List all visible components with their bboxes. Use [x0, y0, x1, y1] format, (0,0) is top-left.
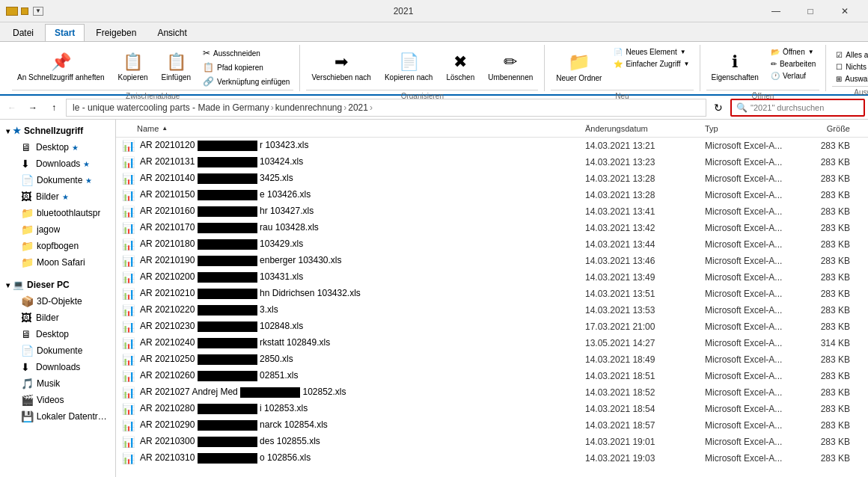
table-row[interactable]: 📊 AR 20210300 des 102855.xls 14.03.2021 …: [116, 434, 868, 450]
table-row[interactable]: 📊 AR 20210200 103431.xls 14.03.2021 13:4…: [116, 269, 868, 286]
move-icon: ➡: [334, 52, 348, 72]
copy-button[interactable]: 📋 Kopieren: [113, 46, 153, 88]
search-box[interactable]: 🔍: [730, 99, 865, 117]
maximize-button[interactable]: □: [793, 0, 828, 22]
invert-selection-button[interactable]: ⊞ Auswahl umkehren: [832, 73, 868, 84]
table-row[interactable]: 📊 AR 20210260 02851.xls 14.03.2021 18:51…: [116, 368, 868, 384]
move-button[interactable]: ➡ Verschieben nach: [306, 46, 376, 88]
table-row[interactable]: 📊 AR 20210140 3425.xls 14.03.2021 13:28 …: [116, 170, 868, 187]
cut-button[interactable]: ✂ Ausschneiden: [199, 46, 293, 60]
table-row[interactable]: 📊 AR 20210160 hr 103427.xls 14.03.2021 1…: [116, 203, 868, 220]
file-size: 283 KB: [802, 173, 862, 184]
pictures-icon: 🖼: [21, 191, 33, 203]
sidebar-item-bluetooth[interactable]: 📁 bluetoothlautspr: [15, 205, 115, 221]
table-row[interactable]: 📊 AR 20210290 narck 102854.xls 14.03.202…: [116, 417, 868, 434]
music-icon: 🎵: [21, 378, 34, 390]
refresh-button[interactable]: ↻: [709, 99, 727, 117]
sidebar-item-dokumente-pc[interactable]: 📄 Dokumente: [15, 342, 115, 359]
sidebar-item-downloads-pc[interactable]: ⬇ Downloads: [15, 359, 115, 375]
table-row[interactable]: 📊 AR 20210220 3.xls 14.03.2021 13:53 Mic…: [116, 302, 868, 318]
sidebar-item-label: Dokumente: [37, 175, 82, 185]
column-name[interactable]: Name ▲: [137, 124, 585, 133]
sidebar-item-3d[interactable]: 📦 3D-Objekte: [15, 293, 115, 310]
select-all-button[interactable]: ☑ Alles auswählen: [832, 49, 868, 61]
sidebar-item-desktop-pc[interactable]: 🖥 Desktop: [15, 326, 115, 342]
copy-path-button[interactable]: 📋 Pfad kopieren: [199, 61, 293, 74]
file-type: Microsoft Excel-A...: [705, 239, 802, 250]
column-size[interactable]: Größe: [802, 124, 862, 133]
table-row[interactable]: 📊 AR 20210190 enberger 103430.xls 14.03.…: [116, 253, 868, 269]
rename-button[interactable]: ✏ Umbenennen: [483, 46, 538, 88]
sidebar-item-bilder-pc[interactable]: 🖼 Bilder: [15, 310, 115, 326]
history-button[interactable]: 🕐 Verlauf: [767, 70, 819, 81]
table-row[interactable]: 📊 AR 20210250 2850.xls 14.03.2021 18:49 …: [116, 351, 868, 368]
table-row[interactable]: 📊 AR 20210170 rau 103428.xls 14.03.2021 …: [116, 220, 868, 236]
table-row[interactable]: 📊 AR 20210280 i 102853.xls 14.03.2021 18…: [116, 401, 868, 417]
sidebar-item-label: Dokumente: [37, 345, 82, 356]
tab-start[interactable]: Start: [45, 24, 85, 41]
quick-access-header[interactable]: ▾ ★ Schnellzugriff: [0, 123, 115, 139]
table-row[interactable]: 📊 AR 20210150 e 103426.xls 14.03.2021 13…: [116, 187, 868, 203]
file-name: AR 20210280 i 102853.xls: [140, 403, 585, 414]
up-button[interactable]: ↑: [45, 99, 63, 117]
table-row[interactable]: 📊 AR 20210230 102848.xls 17.03.2021 21:0…: [116, 318, 868, 335]
easy-access-button[interactable]: ⭐ Einfacher Zugriff ▼: [610, 58, 693, 70]
tab-freigeben[interactable]: Freigeben: [86, 24, 146, 41]
sidebar-item-kopfbogen[interactable]: 📁 kopfbogen: [15, 238, 115, 254]
sidebar-item-videos[interactable]: 🎬 Videos: [15, 392, 115, 408]
column-date[interactable]: Änderungsdatum: [585, 124, 705, 133]
file-name: AR 20210220 3.xls: [140, 304, 585, 316]
table-row[interactable]: 📊 AR 20210120 r 103423.xls 14.03.2021 13…: [116, 138, 868, 154]
delete-button[interactable]: ✖ Löschen: [441, 46, 480, 88]
file-excel-icon: 📊: [122, 288, 137, 300]
select-none-button[interactable]: ☐ Nichts auswählen: [832, 61, 868, 73]
sidebar-item-bilder-quick[interactable]: 🖼 Bilder ★: [15, 188, 115, 205]
videos-icon: 🎬: [21, 394, 34, 406]
table-row[interactable]: 📊 AR 20210180 103429.xls 14.03.2021 13:4…: [116, 236, 868, 253]
file-excel-icon: 📊: [122, 337, 137, 349]
table-row[interactable]: 📊 AR 20210131 103424.xls 14.03.2021 13:2…: [116, 154, 868, 170]
edit-button[interactable]: ✏ Bearbeiten: [767, 58, 819, 70]
back-button[interactable]: ←: [3, 99, 21, 117]
file-name: AR 20210250 2850.xls: [140, 354, 585, 365]
sidebar-item-dokumente-quick[interactable]: 📄 Dokumente ★: [15, 172, 115, 188]
pin-quick-access-button[interactable]: 📌 An Schnellzugriff anheften: [12, 46, 110, 88]
address-path[interactable]: le - unique watercooling parts - Made in…: [66, 99, 706, 117]
new-folder-button[interactable]: 📁 Neuer Ordner: [551, 46, 607, 88]
file-size: 283 KB: [802, 141, 862, 151]
file-size: 283 KB: [802, 256, 862, 266]
close-button[interactable]: ✕: [828, 0, 862, 22]
table-row[interactable]: 📊 AR 2021027 Andrej Med 102852.xls 14.03…: [116, 384, 868, 401]
copy-icon: 📋: [123, 52, 143, 72]
file-size: 283 KB: [802, 404, 862, 414]
paste-link-button[interactable]: 🔗 Verknüpfung einfügen: [199, 75, 293, 88]
file-excel-icon: 📊: [122, 452, 137, 464]
tab-ansicht[interactable]: Ansicht: [147, 24, 196, 41]
sidebar-item-jagow[interactable]: 📁 jagow: [15, 221, 115, 238]
sidebar-item-moon-safari[interactable]: 📁 Moon Safari: [15, 254, 115, 271]
tab-datei[interactable]: Datei: [3, 24, 43, 41]
paste-button[interactable]: 📋 Einfügen: [156, 46, 196, 88]
sidebar-item-musik[interactable]: 🎵 Musik: [15, 375, 115, 392]
file-name: AR 20210170 rau 103428.xls: [140, 222, 585, 233]
properties-button[interactable]: ℹ Eigenschaften: [706, 46, 764, 88]
quick-access-items: 🖥 Desktop ★ ⬇ Downloads ★ 📄 Dokumente ★ …: [0, 139, 115, 271]
search-input[interactable]: [751, 103, 859, 112]
table-row[interactable]: 📊 AR 20210310 o 102856.xls 14.03.2021 19…: [116, 450, 868, 467]
new-item-button[interactable]: 📄 Neues Element ▼: [610, 46, 693, 58]
sidebar-item-local-drive[interactable]: 💾 Lokaler Datenträ...: [15, 408, 115, 425]
table-row[interactable]: 📊 AR 20210210 hn Didrichsen 103432.xls 1…: [116, 286, 868, 302]
quick-access-star-icon: ★: [13, 126, 21, 136]
minimize-button[interactable]: —: [759, 0, 793, 22]
ribbon: 📌 An Schnellzugriff anheften 📋 Kopieren …: [0, 42, 868, 96]
sidebar-item-desktop-quick[interactable]: 🖥 Desktop ★: [15, 139, 115, 156]
this-pc-header[interactable]: ▾ 💻 Dieser PC: [0, 277, 115, 293]
sidebar-item-downloads-quick[interactable]: ⬇ Downloads ★: [15, 156, 115, 172]
forward-button[interactable]: →: [24, 99, 42, 117]
open-button[interactable]: 📂 Öffnen ▼: [767, 46, 819, 58]
table-row[interactable]: 📊 AR 20210240 rkstatt 102849.xls 13.05.2…: [116, 335, 868, 351]
select-none-icon: ☐: [836, 63, 843, 71]
quick-access-icon[interactable]: ▼: [33, 7, 43, 16]
column-type[interactable]: Typ: [705, 124, 802, 133]
copy-to-button[interactable]: 📄 Kopieren nach: [379, 46, 438, 88]
